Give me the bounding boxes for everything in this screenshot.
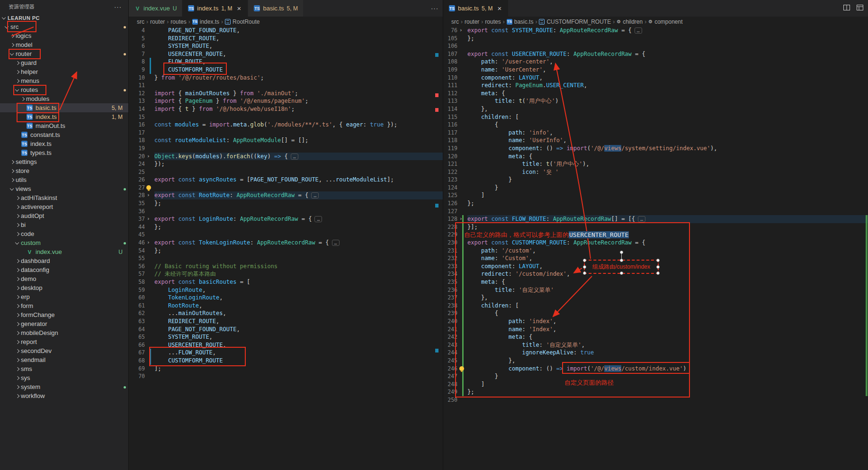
tree-folder-system[interactable]: system (0, 382, 128, 391)
code-line-65[interactable]: 65 SYSTEM_ROUTE, (129, 333, 443, 341)
breadcrumb-item-index.ts[interactable]: TSindex.ts (192, 18, 219, 25)
code-line-115[interactable]: 115 children: [ (443, 113, 868, 121)
tree-folder-routes[interactable]: routes (0, 85, 128, 94)
code-line-250[interactable]: 250 (443, 396, 868, 404)
code-line-110[interactable]: 110 component: LAYOUT, (443, 74, 868, 82)
code-line-25[interactable]: 25 (129, 168, 443, 176)
code-line-241[interactable]: 241 name: 'Index', (443, 325, 868, 334)
annotation-textbox[interactable]: 组成路由/custom/index (584, 260, 659, 274)
code-line-61[interactable]: 61 RootRoute, (129, 302, 443, 310)
code-line-229[interactable]: 229 (443, 231, 868, 239)
code-line-46[interactable]: 46›export const TokenLoginRoute: AppRout… (129, 239, 443, 247)
tree-folder-utils[interactable]: utils (0, 175, 128, 184)
code-line-76[interactable]: 76›export const SYSTEM_ROUTE: AppRouteRe… (443, 27, 868, 35)
code-line-13[interactable]: 13import { PageEnum } from '/@/enums/pag… (129, 97, 443, 105)
code-line-15[interactable]: 15 (129, 113, 443, 121)
lightbulb-icon[interactable] (146, 185, 151, 190)
code-line-26[interactable]: 26export const asyncRoutes = [PAGE_NOT_F… (129, 176, 443, 184)
code-line-69[interactable]: 69]; (129, 365, 443, 373)
code-line-244[interactable]: 244 ignoreKeepAlive: true (443, 349, 868, 357)
tree-folder-router[interactable]: router (0, 49, 128, 58)
code-line-11[interactable]: 11 (129, 81, 443, 90)
tree-folder-sms[interactable]: sms (0, 364, 128, 373)
code-line-36[interactable]: 36 (129, 208, 443, 216)
more-actions-icon[interactable]: ··· (114, 3, 122, 10)
code-line-67[interactable]: 67 ...FLOW_ROUTE, (129, 349, 443, 357)
code-line-116[interactable]: 116 { (443, 121, 868, 129)
code-line-16[interactable]: 16const modules = import.meta.glob('./mo… (129, 121, 443, 129)
code-line-56[interactable]: 56// Basic routing without permissions (129, 262, 443, 271)
code-line-123[interactable]: 123 } (443, 176, 868, 184)
tree-file-basic.ts[interactable]: TSbasic.ts5, M (0, 103, 128, 112)
tree-folder-activereport[interactable]: activereport (0, 202, 128, 211)
code-line-58[interactable]: 58export const basicRoutes = [ (129, 278, 443, 286)
folded-code-ellipsis[interactable]: … (635, 27, 642, 34)
folded-code-ellipsis[interactable]: … (311, 192, 319, 199)
tree-folder-code[interactable]: code (0, 229, 128, 238)
code-line-118[interactable]: 118 name: 'UserInfo', (443, 136, 868, 145)
code-line-107[interactable]: 107export const USERCENTER_ROUTE: AppRou… (443, 50, 868, 58)
code-line-55[interactable]: 55 (129, 254, 443, 262)
code-line-238[interactable]: 238 children: [ (443, 302, 868, 310)
tree-folder-auditOpt[interactable]: auditOpt (0, 211, 128, 220)
tree-folder-custom[interactable]: custom (0, 238, 128, 247)
tree-folder-dashboard[interactable]: dashboard (0, 256, 128, 265)
resize-handle[interactable] (583, 259, 586, 262)
tree-folder-bi[interactable]: bi (0, 220, 128, 229)
folded-code-ellipsis[interactable]: … (638, 216, 645, 222)
fold-chevron-icon[interactable]: › (147, 191, 150, 199)
code-line-28[interactable]: 28›export const RootRoute: AppRouteRecor… (129, 191, 443, 199)
code-line-4[interactable]: 4 PAGE_NOT_FOUND_ROUTE, (129, 27, 443, 35)
tree-folder-erp[interactable]: erp (0, 292, 128, 301)
tree-folder-formChange[interactable]: formChange (0, 310, 128, 319)
split-editor-icon[interactable] (843, 4, 850, 13)
tree-folder-desktop[interactable]: desktop (0, 283, 128, 292)
code-line-20[interactable]: 20›Object.keys(modules).forEach((key) =>… (129, 153, 443, 161)
code-line-60[interactable]: 60 TokenLoginRoute, (129, 294, 443, 302)
workspace-section-header[interactable]: LEARUN PC (0, 13, 128, 22)
breadcrumb-item-src[interactable]: src (137, 18, 144, 25)
tree-folder-logics[interactable]: logics (0, 31, 128, 40)
code-line-64[interactable]: 64 PAGE_NOT_FOUND_ROUTE, (129, 325, 443, 334)
code-line-19[interactable]: 19 (129, 145, 443, 153)
customize-layout-icon[interactable] (856, 4, 864, 13)
code-line-120[interactable]: 120 meta: { (443, 153, 868, 161)
code-line-249[interactable]: 249}; (443, 388, 868, 396)
code-line-231[interactable]: 231 path: '/custom', (443, 247, 868, 255)
code-line-9[interactable]: 9 CUSTOMFORM_ROUTE (129, 66, 443, 74)
tree-folder-demo[interactable]: demo (0, 274, 128, 283)
breadcrumb-item-component[interactable]: component (648, 18, 682, 25)
code-line-8[interactable]: 8 FLOW_ROUTE, (129, 58, 443, 66)
breadcrumb-item-routes[interactable]: routes (485, 18, 501, 25)
code-line-68[interactable]: 68 CUSTOMFORM_ROUTE (129, 357, 443, 365)
code-line-105[interactable]: 105}; (443, 35, 868, 43)
code-line-6[interactable]: 6 SYSTEM_ROUTE, (129, 42, 443, 50)
breadcrumb-item-basic.ts[interactable]: TSbasic.ts (507, 18, 534, 25)
tree-file-constant.ts[interactable]: TSconstant.ts (0, 130, 128, 139)
tree-folder-src[interactable]: src (0, 22, 128, 31)
code-editor-main[interactable]: 4 PAGE_NOT_FOUND_ROUTE,5 REDIRECT_ROUTE,… (129, 27, 443, 470)
code-line-236[interactable]: 236 title: '自定义菜单' (443, 286, 868, 294)
code-line-108[interactable]: 108 path: '/user-center', (443, 58, 868, 66)
tree-folder-sendmail[interactable]: sendmail (0, 355, 128, 364)
tree-folder-menus[interactable]: menus (0, 76, 128, 85)
code-line-121[interactable]: 121 title: t('用户中心'), (443, 160, 868, 168)
code-line-111[interactable]: 111 redirect: PageEnum.USER_CENTER, (443, 81, 868, 90)
code-line-242[interactable]: 242 meta: { (443, 333, 868, 341)
code-line-230[interactable]: 230export const CUSTOMFORM_ROUTE: AppRou… (443, 239, 868, 247)
tree-folder-sys[interactable]: sys (0, 373, 128, 382)
fold-chevron-icon[interactable]: › (459, 27, 463, 35)
code-line-35[interactable]: 35}; (129, 199, 443, 208)
code-line-27[interactable]: 27 (129, 184, 443, 192)
code-line-246[interactable]: 246 component: () => import('/@/views/cu… (443, 365, 868, 373)
tab-basic.ts[interactable]: TSbasic.ts5, M× (443, 0, 509, 17)
breadcrumb-item-RootRoute[interactable]: RootRoute (225, 18, 260, 25)
breadcrumb-item-CUSTOMFORM_ROUTE[interactable]: CUSTOMFORM_ROUTE (539, 18, 611, 25)
tree-folder-form[interactable]: form (0, 301, 128, 310)
code-line-245[interactable]: 245 }, (443, 357, 868, 365)
code-line-237[interactable]: 237 }, (443, 294, 868, 302)
code-line-59[interactable]: 59 LoginRoute, (129, 286, 443, 294)
resize-handle[interactable] (656, 271, 660, 275)
tree-folder-modules[interactable]: modules (0, 94, 128, 103)
tree-file-mainOut.ts[interactable]: TSmainOut.ts (0, 121, 128, 130)
